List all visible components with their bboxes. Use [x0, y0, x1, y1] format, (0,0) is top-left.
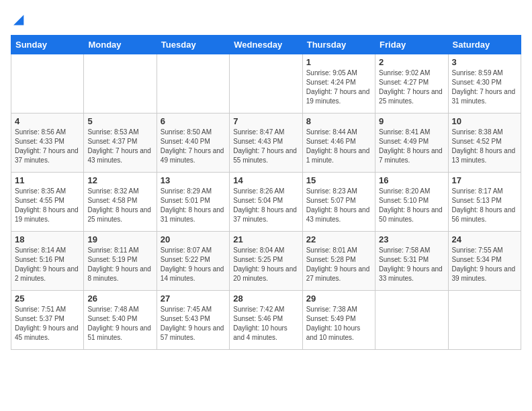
calendar-cell: 3Sunrise: 8:59 AMSunset: 4:30 PMDaylight…	[448, 54, 521, 113]
day-detail: Sunrise: 8:20 AMSunset: 5:10 PMDaylight:…	[379, 187, 444, 224]
day-number: 26	[87, 293, 152, 304]
calendar-cell: 4Sunrise: 8:56 AMSunset: 4:33 PMDaylight…	[11, 113, 84, 173]
day-detail: Sunrise: 7:45 AMSunset: 5:43 PMDaylight:…	[161, 305, 226, 342]
calendar-cell: 25Sunrise: 7:51 AMSunset: 5:37 PMDayligh…	[11, 291, 84, 350]
day-number: 5	[87, 116, 152, 126]
calendar-cell	[157, 54, 229, 113]
day-detail: Sunrise: 8:11 AMSunset: 5:19 PMDaylight:…	[87, 246, 152, 283]
day-detail: Sunrise: 8:38 AMSunset: 4:52 PMDaylight:…	[452, 128, 517, 165]
day-detail: Sunrise: 7:58 AMSunset: 5:31 PMDaylight:…	[379, 246, 444, 283]
day-detail: Sunrise: 7:51 AMSunset: 5:37 PMDaylight:…	[15, 305, 80, 342]
day-number: 10	[452, 116, 517, 126]
calendar-cell: 2Sunrise: 9:02 AMSunset: 4:27 PMDaylight…	[375, 54, 448, 113]
calendar-cell	[84, 54, 157, 113]
calendar-week-row: 25Sunrise: 7:51 AMSunset: 5:37 PMDayligh…	[11, 291, 521, 350]
calendar-cell: 16Sunrise: 8:20 AMSunset: 5:10 PMDayligh…	[375, 173, 448, 232]
calendar-week-row: 11Sunrise: 8:35 AMSunset: 4:55 PMDayligh…	[11, 173, 521, 232]
day-number: 25	[15, 293, 80, 304]
day-number: 18	[15, 234, 80, 244]
day-detail: Sunrise: 7:38 AMSunset: 5:49 PMDaylight:…	[306, 305, 371, 342]
calendar-cell: 22Sunrise: 8:01 AMSunset: 5:28 PMDayligh…	[302, 232, 375, 291]
day-detail: Sunrise: 7:55 AMSunset: 5:34 PMDaylight:…	[452, 246, 517, 283]
header-sunday: Sunday	[11, 36, 84, 54]
page-header: ◢	[11, 11, 521, 27]
day-detail: Sunrise: 8:26 AMSunset: 5:04 PMDaylight:…	[233, 187, 298, 224]
day-detail: Sunrise: 8:47 AMSunset: 4:43 PMDaylight:…	[233, 128, 298, 165]
day-detail: Sunrise: 7:42 AMSunset: 5:46 PMDaylight:…	[233, 305, 298, 342]
header-monday: Monday	[84, 36, 157, 54]
calendar-week-row: 1Sunrise: 9:05 AMSunset: 4:24 PMDaylight…	[11, 54, 521, 113]
day-detail: Sunrise: 8:14 AMSunset: 5:16 PMDaylight:…	[15, 246, 80, 283]
calendar-cell: 12Sunrise: 8:32 AMSunset: 4:58 PMDayligh…	[84, 173, 157, 232]
calendar-cell: 7Sunrise: 8:47 AMSunset: 4:43 PMDaylight…	[230, 113, 302, 173]
calendar-cell: 23Sunrise: 7:58 AMSunset: 5:31 PMDayligh…	[375, 232, 448, 291]
day-number: 12	[87, 175, 152, 185]
day-number: 13	[161, 175, 226, 185]
calendar-cell: 27Sunrise: 7:45 AMSunset: 5:43 PMDayligh…	[157, 291, 229, 350]
logo-bird-icon: ◢	[13, 11, 24, 27]
day-detail: Sunrise: 8:07 AMSunset: 5:22 PMDaylight:…	[161, 246, 226, 283]
day-detail: Sunrise: 8:53 AMSunset: 4:37 PMDaylight:…	[87, 128, 152, 165]
header-tuesday: Tuesday	[157, 36, 229, 54]
day-detail: Sunrise: 8:32 AMSunset: 4:58 PMDaylight:…	[87, 187, 152, 224]
calendar-week-row: 4Sunrise: 8:56 AMSunset: 4:33 PMDaylight…	[11, 113, 521, 173]
day-number: 23	[379, 234, 444, 244]
calendar-cell: 13Sunrise: 8:29 AMSunset: 5:01 PMDayligh…	[157, 173, 229, 232]
day-number: 27	[161, 293, 226, 304]
calendar-cell: 11Sunrise: 8:35 AMSunset: 4:55 PMDayligh…	[11, 173, 84, 232]
day-detail: Sunrise: 7:48 AMSunset: 5:40 PMDaylight:…	[87, 305, 152, 342]
calendar-cell: 19Sunrise: 8:11 AMSunset: 5:19 PMDayligh…	[84, 232, 157, 291]
calendar-cell: 10Sunrise: 8:38 AMSunset: 4:52 PMDayligh…	[448, 113, 521, 173]
day-detail: Sunrise: 8:59 AMSunset: 4:30 PMDaylight:…	[452, 68, 517, 106]
day-number: 16	[379, 175, 444, 185]
day-number: 28	[233, 293, 298, 304]
day-detail: Sunrise: 8:17 AMSunset: 5:13 PMDaylight:…	[452, 187, 517, 224]
calendar-cell: 5Sunrise: 8:53 AMSunset: 4:37 PMDaylight…	[84, 113, 157, 173]
calendar-cell: 1Sunrise: 9:05 AMSunset: 4:24 PMDaylight…	[302, 54, 375, 113]
day-number: 20	[161, 234, 226, 244]
day-number: 29	[306, 293, 371, 304]
day-number: 15	[306, 175, 371, 185]
header-saturday: Saturday	[448, 36, 521, 54]
day-detail: Sunrise: 8:01 AMSunset: 5:28 PMDaylight:…	[306, 246, 371, 283]
day-number: 8	[306, 116, 371, 126]
header-friday: Friday	[375, 36, 448, 54]
day-detail: Sunrise: 9:05 AMSunset: 4:24 PMDaylight:…	[306, 68, 371, 106]
day-detail: Sunrise: 8:56 AMSunset: 4:33 PMDaylight:…	[15, 128, 80, 165]
calendar-week-row: 18Sunrise: 8:14 AMSunset: 5:16 PMDayligh…	[11, 232, 521, 291]
calendar-cell	[375, 291, 448, 350]
day-number: 3	[452, 57, 517, 67]
day-number: 6	[161, 116, 226, 126]
calendar-cell: 14Sunrise: 8:26 AMSunset: 5:04 PMDayligh…	[230, 173, 302, 232]
day-number: 14	[233, 175, 298, 185]
day-number: 7	[233, 116, 298, 126]
day-detail: Sunrise: 8:50 AMSunset: 4:40 PMDaylight:…	[161, 128, 226, 165]
day-number: 21	[233, 234, 298, 244]
calendar-cell: 9Sunrise: 8:41 AMSunset: 4:49 PMDaylight…	[375, 113, 448, 173]
calendar-cell: 8Sunrise: 8:44 AMSunset: 4:46 PMDaylight…	[302, 113, 375, 173]
day-detail: Sunrise: 8:41 AMSunset: 4:49 PMDaylight:…	[379, 128, 444, 165]
calendar-cell	[11, 54, 84, 113]
calendar-cell: 29Sunrise: 7:38 AMSunset: 5:49 PMDayligh…	[302, 291, 375, 350]
day-number: 11	[15, 175, 80, 185]
calendar-cell: 26Sunrise: 7:48 AMSunset: 5:40 PMDayligh…	[84, 291, 157, 350]
calendar-cell	[230, 54, 302, 113]
day-number: 22	[306, 234, 371, 244]
calendar-table: SundayMondayTuesdayWednesdayThursdayFrid…	[11, 35, 521, 350]
calendar-cell: 24Sunrise: 7:55 AMSunset: 5:34 PMDayligh…	[448, 232, 521, 291]
day-number: 17	[452, 175, 517, 185]
day-detail: Sunrise: 8:04 AMSunset: 5:25 PMDaylight:…	[233, 246, 298, 283]
logo: ◢	[11, 11, 24, 27]
day-number: 19	[87, 234, 152, 244]
header-wednesday: Wednesday	[230, 36, 302, 54]
day-number: 24	[452, 234, 517, 244]
calendar-cell: 28Sunrise: 7:42 AMSunset: 5:46 PMDayligh…	[230, 291, 302, 350]
day-number: 9	[379, 116, 444, 126]
day-detail: Sunrise: 8:35 AMSunset: 4:55 PMDaylight:…	[15, 187, 80, 224]
calendar-cell: 21Sunrise: 8:04 AMSunset: 5:25 PMDayligh…	[230, 232, 302, 291]
day-number: 1	[306, 57, 371, 67]
day-number: 4	[15, 116, 80, 126]
calendar-cell: 17Sunrise: 8:17 AMSunset: 5:13 PMDayligh…	[448, 173, 521, 232]
day-detail: Sunrise: 8:29 AMSunset: 5:01 PMDaylight:…	[161, 187, 226, 224]
day-number: 2	[379, 57, 444, 67]
